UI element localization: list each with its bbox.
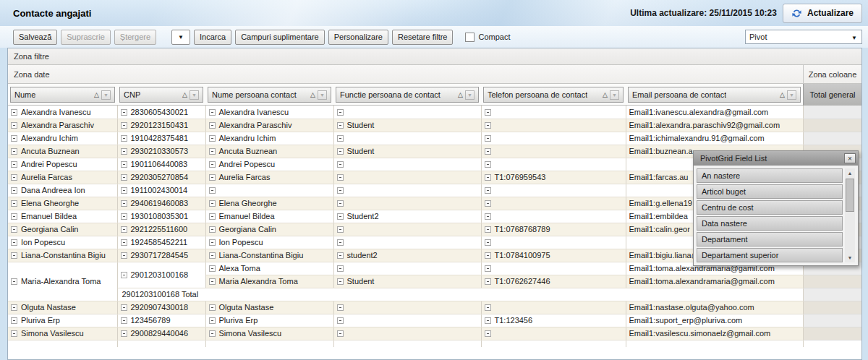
collapse-icon[interactable] bbox=[485, 265, 491, 272]
collapse-icon[interactable] bbox=[209, 200, 216, 207]
cell-functie[interactable] bbox=[333, 262, 481, 275]
total-general-header[interactable]: Total general bbox=[803, 84, 861, 106]
cell-contact[interactable]: Andrei Popescu bbox=[205, 158, 333, 171]
cell-nume[interactable]: Emanuel Bildea bbox=[8, 210, 117, 223]
collapse-icon[interactable] bbox=[209, 265, 216, 272]
cell-telefon[interactable]: T1:0762627446 bbox=[481, 275, 626, 288]
filter-dropdown-icon[interactable]: ▼ bbox=[465, 90, 475, 100]
cell-cnp[interactable]: 1901106440083 bbox=[117, 158, 205, 171]
column-zone[interactable]: Zona coloane bbox=[803, 65, 861, 83]
cell-nume[interactable]: Aurelia Farcas bbox=[8, 171, 117, 184]
cell-functie[interactable]: student2 bbox=[333, 249, 481, 262]
cell-functie[interactable] bbox=[333, 171, 481, 184]
collapse-icon[interactable] bbox=[209, 148, 216, 155]
collapse-icon[interactable] bbox=[209, 122, 216, 129]
collapse-icon[interactable] bbox=[337, 317, 344, 324]
collapse-icon[interactable] bbox=[121, 187, 127, 194]
cell-contact[interactable] bbox=[205, 184, 333, 197]
overwrite-button[interactable]: Suprascrie bbox=[61, 30, 111, 45]
cell-nume[interactable]: Ion Popescu bbox=[8, 236, 117, 249]
collapse-icon[interactable] bbox=[121, 272, 127, 278]
cell-contact[interactable]: Olguta Nastase bbox=[205, 301, 333, 314]
save-options-dropdown[interactable] bbox=[171, 30, 190, 45]
view-select[interactable]: Pivot bbox=[745, 30, 862, 44]
collapse-icon[interactable] bbox=[337, 174, 344, 181]
cell-nume[interactable]: Liana-Constantina Bigiu bbox=[8, 249, 117, 262]
field-item[interactable]: Data nastere bbox=[697, 216, 843, 231]
collapse-icon[interactable] bbox=[337, 122, 344, 129]
scroll-down-icon[interactable]: ▼ bbox=[845, 253, 855, 262]
field-item[interactable]: Departament superior bbox=[697, 248, 843, 262]
data-zone-band[interactable]: Zona date Zona coloane bbox=[8, 65, 861, 84]
collapse-icon[interactable] bbox=[337, 187, 344, 194]
cell-nume[interactable]: Dana Andreea Ion bbox=[8, 184, 117, 197]
cell-email[interactable] bbox=[626, 340, 803, 347]
cell-functie[interactable]: Student bbox=[333, 145, 481, 158]
filter-dropdown-icon[interactable]: ▼ bbox=[101, 90, 111, 100]
cell-total-general[interactable] bbox=[803, 288, 861, 301]
cell-telefon[interactable] bbox=[481, 262, 626, 275]
collapse-icon[interactable] bbox=[485, 330, 491, 337]
collapse-icon[interactable] bbox=[11, 252, 17, 259]
cell-functie[interactable] bbox=[333, 340, 481, 347]
collapse-icon[interactable] bbox=[209, 213, 216, 220]
extra-fields-button[interactable]: Campuri suplimentare bbox=[235, 30, 325, 45]
collapse-icon[interactable] bbox=[121, 122, 127, 129]
field-item[interactable]: An nastere bbox=[697, 168, 843, 183]
collapse-icon[interactable] bbox=[337, 213, 344, 220]
filter-dropdown-icon[interactable]: ▼ bbox=[190, 90, 199, 100]
collapse-icon[interactable] bbox=[11, 174, 17, 181]
close-icon[interactable]: × bbox=[844, 153, 856, 163]
cell-nume[interactable]: Alexandra Ivanescu bbox=[8, 106, 117, 119]
cell-telefon[interactable] bbox=[481, 301, 626, 314]
collapse-icon[interactable] bbox=[485, 161, 491, 168]
cell-contact[interactable]: Alexandru Ichim bbox=[205, 132, 333, 145]
cell-cnp[interactable]: 2930210330573 bbox=[117, 145, 205, 158]
collapse-icon[interactable] bbox=[337, 304, 344, 311]
cell-telefon[interactable] bbox=[481, 197, 626, 210]
collapse-icon[interactable] bbox=[11, 135, 17, 142]
collapse-icon[interactable] bbox=[337, 278, 344, 285]
cell-telefon[interactable] bbox=[481, 158, 626, 171]
cell-nume[interactable]: Simona Vasilescu bbox=[8, 327, 117, 340]
cell-contact[interactable]: Aurelia Farcas bbox=[205, 171, 333, 184]
collapse-icon[interactable] bbox=[337, 135, 344, 142]
cell-email[interactable]: Email1:toma.alexandramaria@gmail.com bbox=[626, 275, 803, 288]
collapse-icon[interactable] bbox=[11, 148, 17, 155]
cell-telefon[interactable]: T1:123456 bbox=[481, 314, 626, 327]
cell-cnp[interactable]: 1910428375481 bbox=[117, 132, 205, 145]
collapse-icon[interactable] bbox=[337, 148, 344, 155]
collapse-icon[interactable] bbox=[121, 330, 127, 337]
collapse-icon[interactable] bbox=[11, 161, 17, 168]
filter-zone[interactable]: Zona filtre bbox=[8, 48, 861, 65]
cell-cnp[interactable]: 2930717284545 bbox=[117, 249, 205, 262]
cell-nume[interactable]: Alexandru Ichim bbox=[8, 132, 117, 145]
cell-email[interactable]: Email1:suport_erp@pluriva.com bbox=[626, 314, 803, 327]
cell-contact[interactable]: Alexandra Ivanescu bbox=[205, 106, 333, 119]
refresh-button[interactable]: Actualizare bbox=[783, 4, 862, 23]
reset-filters-button[interactable]: Resetare filtre bbox=[392, 30, 453, 45]
cell-contact[interactable]: Ancuta Buznean bbox=[205, 145, 333, 158]
collapse-icon[interactable] bbox=[121, 239, 127, 246]
cell-telefon[interactable]: T1:0784100975 bbox=[481, 249, 626, 262]
scroll-up-icon[interactable]: ▲ bbox=[845, 168, 855, 178]
field-list-titlebar[interactable]: PivotGrid Field List × bbox=[694, 151, 858, 166]
cell-cnp[interactable]: 2901203100168 bbox=[117, 262, 205, 288]
collapse-icon[interactable] bbox=[485, 109, 491, 116]
cell-nume[interactable]: Alexandra Paraschiv bbox=[8, 119, 117, 132]
collapse-icon[interactable] bbox=[485, 122, 491, 129]
collapse-icon[interactable] bbox=[485, 148, 491, 155]
cell-nume[interactable]: Andrei Popescu bbox=[8, 158, 117, 171]
collapse-icon[interactable] bbox=[485, 200, 491, 207]
collapse-icon[interactable] bbox=[485, 187, 491, 194]
cell-contact[interactable]: Alexa Toma bbox=[205, 262, 333, 275]
cell-total-general[interactable] bbox=[803, 340, 861, 347]
cell-functie[interactable] bbox=[333, 223, 481, 236]
field-item[interactable]: Departament bbox=[697, 232, 843, 247]
collapse-icon[interactable] bbox=[337, 265, 344, 272]
cell-cnp[interactable]: 1930108035301 bbox=[117, 210, 205, 223]
cell-telefon[interactable]: T1:0768768789 bbox=[481, 223, 626, 236]
collapse-icon[interactable] bbox=[209, 278, 216, 285]
cell-contact[interactable]: Ion Popescu bbox=[205, 236, 333, 249]
cell-cnp[interactable]: 2830605430021 bbox=[117, 106, 205, 119]
